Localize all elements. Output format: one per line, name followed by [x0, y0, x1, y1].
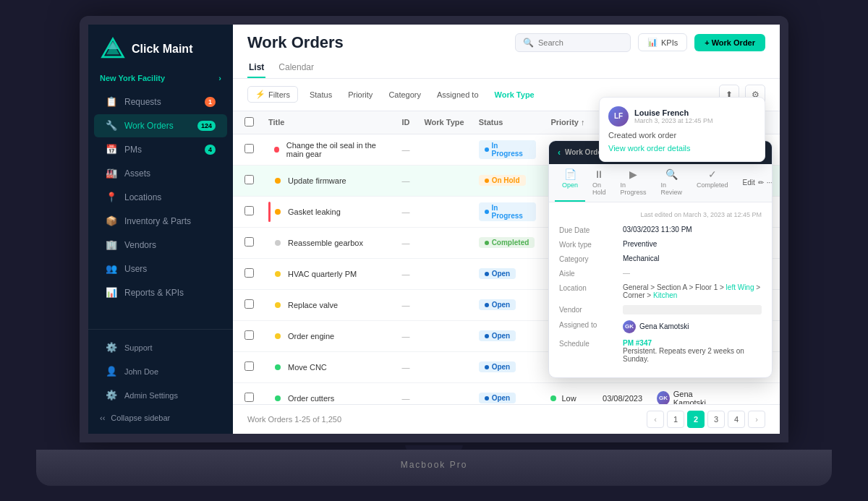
wo-tab-in-review[interactable]: 🔍 In Review [654, 164, 690, 202]
col-work-type: Work Type [417, 111, 471, 134]
row-checkbox[interactable] [244, 144, 254, 153]
row-checkbox-cell[interactable] [233, 320, 261, 351]
wo-aisle-field: Aisle — [559, 269, 762, 278]
tab-list[interactable]: List [247, 58, 265, 78]
sidebar-item-users[interactable]: 👥 Users [94, 257, 227, 281]
sidebar-item-admin[interactable]: ⚙️ Admin Settings [94, 384, 227, 407]
row-checkbox-cell[interactable] [233, 382, 261, 404]
kpis-icon: 📊 [647, 38, 658, 47]
row-checkbox[interactable] [244, 206, 254, 215]
wo-tab-open[interactable]: 📄 Open [555, 164, 585, 202]
wo-tab-completed[interactable]: ✓ Completed [689, 164, 736, 202]
row-checkbox-cell[interactable] [233, 351, 261, 382]
row-checkbox-cell[interactable] [233, 227, 261, 258]
filter-status[interactable]: Status [305, 87, 336, 102]
wo-back-button[interactable]: ‹ [558, 147, 561, 158]
sidebar-item-inventory[interactable]: 📦 Inventory & Parts [94, 210, 227, 233]
row-work-type-cell [417, 351, 471, 382]
row-priority-cell: Low [543, 382, 595, 404]
work-order-detail-panel: ‹ Work Order | Change the oil seal in th… [548, 140, 773, 378]
filter-category[interactable]: Category [384, 87, 425, 102]
logo-icon [100, 36, 126, 62]
page-next-button[interactable]: › [748, 411, 765, 428]
notification-link[interactable]: View work order details [608, 144, 756, 153]
status-badge: Open [479, 361, 516, 372]
filter-priority[interactable]: Priority [344, 87, 377, 102]
row-checkbox[interactable] [244, 330, 254, 340]
tab-calendar[interactable]: Calendar [277, 58, 315, 78]
filter-work-type[interactable]: Work Type [490, 87, 539, 102]
row-checkbox-cell[interactable] [233, 289, 261, 320]
row-checkbox-cell[interactable] [233, 196, 261, 227]
sidebar-item-user[interactable]: 👤 John Doe [94, 360, 227, 383]
wo-schedule-link[interactable]: PM #347 [623, 339, 652, 347]
status-badge: Open [479, 330, 516, 341]
sidebar-item-requests[interactable]: 📋 Requests 1 [94, 90, 227, 114]
facility-selector[interactable]: New York Facility › [88, 69, 233, 90]
sidebar-item-assets[interactable]: 🏭 Assets [94, 162, 227, 185]
collapse-sidebar-button[interactable]: ‹‹ Collapse sidebar [88, 408, 233, 428]
header-top: Work Orders 🔍 📊 KPIs + Work O [247, 33, 765, 52]
user-icon: 👤 [106, 366, 117, 377]
filter-icon: ⚡ [255, 90, 265, 99]
wo-tab-on-hold[interactable]: ⏸ On Hold [585, 164, 613, 202]
row-checkbox-cell[interactable] [233, 134, 261, 165]
row-status-cell: Open [472, 320, 544, 351]
row-checkbox-cell[interactable] [233, 258, 261, 289]
row-work-type-cell [417, 227, 471, 258]
filters-button[interactable]: ⚡ Filters [247, 86, 298, 103]
page-4-button[interactable]: 4 [728, 411, 745, 428]
sidebar-item-work-orders[interactable]: 🔧 Work Orders 124 [94, 114, 227, 137]
row-checkbox[interactable] [244, 268, 254, 278]
sidebar-item-support[interactable]: ⚙️ Support [94, 336, 227, 359]
priority-dot [275, 178, 281, 184]
wo-last-edit: Last edited on March 3, 2023 at 12:45 PM [559, 211, 762, 218]
row-work-type-cell [417, 134, 471, 165]
page-prev-button[interactable]: ‹ [647, 411, 664, 428]
wo-edit-button[interactable]: Edit ✏ ··· [736, 164, 773, 202]
search-box[interactable]: 🔍 [515, 33, 631, 52]
row-status-cell: Completed [472, 227, 544, 258]
notification-time: March 3, 2023 at 12:45 PM [634, 117, 713, 124]
row-work-type-cell [417, 258, 471, 289]
sidebar-item-pms[interactable]: 📅 PMs 4 [94, 138, 227, 161]
assignee-avatar: GK [657, 391, 670, 404]
status-dot [485, 179, 489, 183]
wo-due-date-field: Due Date 03/03/2023 11:30 PM [559, 226, 762, 234]
status-dot [485, 272, 489, 276]
status-badge: In Progress [479, 140, 537, 159]
page-1-button[interactable]: 1 [667, 411, 684, 428]
status-dot [485, 147, 489, 152]
add-work-order-button[interactable]: + Work Order [694, 34, 765, 51]
page-2-button[interactable]: 2 [687, 411, 705, 428]
filter-assigned-to[interactable]: Assigned to [433, 87, 482, 102]
search-input[interactable] [538, 38, 623, 47]
row-title: Change the oil seal in the main gear [286, 141, 388, 158]
status-dot [485, 365, 489, 369]
wo-vendor-field: Vendor [559, 305, 762, 314]
sidebar-item-locations[interactable]: 📍 Locations [94, 186, 227, 209]
row-title-cell: Reassemble gearbox [261, 227, 394, 258]
sidebar-item-reports[interactable]: 📊 Reports & KPIs [94, 281, 227, 304]
locations-icon: 📍 [106, 192, 117, 203]
wo-tab-in-progress[interactable]: ▶ In Progress [613, 164, 654, 202]
row-title: Reassemble gearbox [288, 239, 363, 247]
sidebar-nav: 📋 Requests 1 🔧 Work Orders 124 📅 PMs 4 [88, 90, 233, 329]
row-title-cell: Order engine [261, 320, 394, 351]
row-checkbox[interactable] [244, 299, 254, 309]
page-3-button[interactable]: 3 [707, 411, 725, 428]
col-priority: Priority ↑ [543, 111, 595, 134]
row-title: Update firmware [288, 176, 346, 185]
row-checkbox[interactable] [244, 393, 254, 402]
row-checkbox[interactable] [244, 361, 254, 371]
wo-panel-tabs: 📄 Open ⏸ On Hold ▶ In Progress 🔍 In Revi… [549, 164, 772, 202]
kpis-button[interactable]: 📊 KPIs [638, 33, 687, 51]
header-tabs: List Calendar [247, 58, 765, 78]
row-checkbox-cell[interactable] [233, 165, 261, 196]
sidebar-item-vendors[interactable]: 🏢 Vendors [94, 234, 227, 257]
row-checkbox[interactable] [244, 237, 254, 247]
select-all-checkbox[interactable] [244, 117, 254, 127]
table-row[interactable]: Order cutters — Open Low 03/08/2023 GK G… [233, 382, 780, 404]
edit-icon: ✏ [758, 179, 764, 187]
row-checkbox[interactable] [244, 175, 254, 184]
